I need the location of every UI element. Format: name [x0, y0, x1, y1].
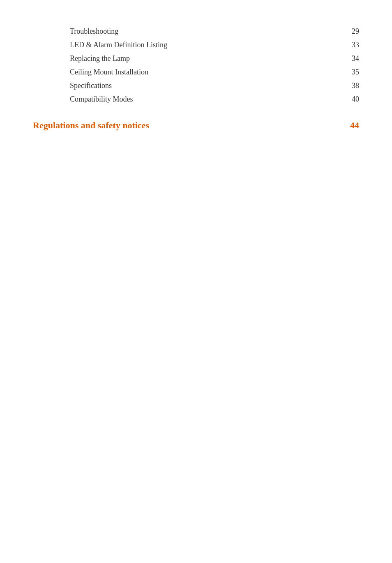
toc-item-page: 34 [343, 54, 359, 63]
toc-item-label: LED & Alarm Definition Listing [70, 41, 167, 49]
list-item: Replacing the Lamp 34 [33, 52, 359, 65]
toc-section: Regulations and safety notices 44 [33, 116, 359, 135]
list-item: LED & Alarm Definition Listing 33 [33, 38, 359, 52]
toc-item-page: 29 [343, 27, 359, 36]
list-item: Specifications 38 [33, 79, 359, 93]
toc-item-page: 33 [343, 41, 359, 49]
toc-item-label: Troubleshooting [70, 27, 118, 36]
toc-item-label: Ceiling Mount Installation [70, 68, 148, 76]
toc-item-page: 35 [343, 68, 359, 76]
page-container: Troubleshooting 29 LED & Alarm Definitio… [0, 0, 392, 160]
toc-item-label: Compatibility Modes [70, 95, 133, 104]
list-item: Troubleshooting 29 [33, 25, 359, 38]
toc-section-page: 44 [343, 120, 359, 131]
list-item: Ceiling Mount Installation 35 [33, 65, 359, 79]
toc-item-page: 40 [343, 95, 359, 104]
list-item: Compatibility Modes 40 [33, 93, 359, 106]
toc-item-page: 38 [343, 81, 359, 90]
toc-item-label: Replacing the Lamp [70, 54, 130, 63]
toc-list: Troubleshooting 29 LED & Alarm Definitio… [33, 25, 359, 106]
toc-section-label: Regulations and safety notices [33, 120, 149, 131]
toc-item-label: Specifications [70, 81, 112, 90]
